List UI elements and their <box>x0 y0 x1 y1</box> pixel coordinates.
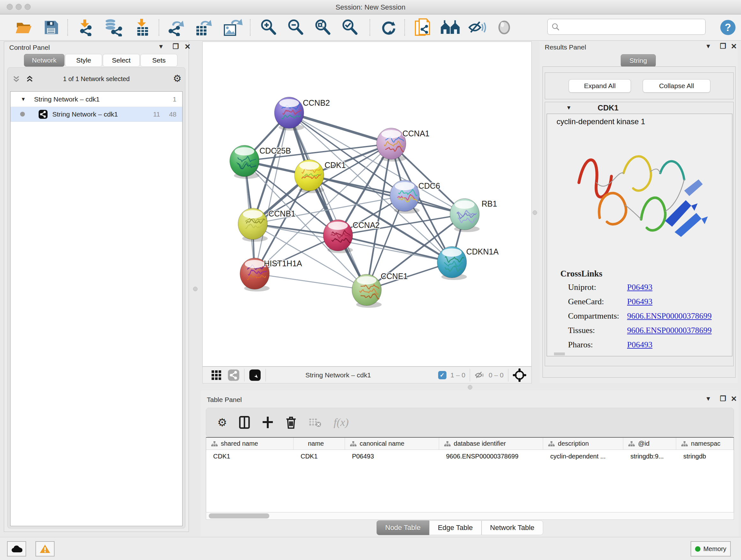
close-panel-icon[interactable]: ✕ <box>731 42 737 51</box>
zoom-out-icon[interactable] <box>286 18 306 37</box>
left-splitter-handle[interactable] <box>193 287 198 291</box>
collection-expander-icon[interactable]: ▼ <box>21 97 26 102</box>
network-node-RB1[interactable] <box>450 199 480 232</box>
import-network-file-icon[interactable] <box>76 18 96 37</box>
open-session-icon[interactable] <box>13 18 35 37</box>
table-cell[interactable]: cyclin-dependent ... <box>543 450 623 462</box>
add-column-icon[interactable] <box>262 416 273 429</box>
column-header-description[interactable]: description <box>543 438 623 449</box>
close-panel-icon[interactable]: ✕ <box>185 43 191 51</box>
zoom-selected-icon[interactable] <box>340 18 360 37</box>
collapse-panel-icon[interactable]: ▼ <box>705 395 711 402</box>
network-node-CCNB1[interactable] <box>238 208 268 242</box>
collapse-panel-icon[interactable]: ▼ <box>158 43 164 50</box>
network-canvas[interactable]: CCNB2CCNA1CDC25BCDK1CDC6RB1CCNB1CCNA2CDK… <box>202 42 532 367</box>
grid-view-icon[interactable] <box>211 370 222 381</box>
export-table-icon[interactable] <box>193 18 215 37</box>
column-header-database-identifier[interactable]: database identifier <box>439 438 543 449</box>
tab-style[interactable]: Style <box>65 54 102 67</box>
right-splitter-handle[interactable] <box>533 210 537 215</box>
network-from-selection-icon[interactable] <box>412 18 433 37</box>
collapse-panel-icon[interactable]: ▼ <box>705 43 711 50</box>
network-node-CCNB2[interactable] <box>274 97 304 131</box>
save-session-icon[interactable] <box>42 18 61 37</box>
network-edge-CCNB2-CCNA1[interactable] <box>289 113 391 144</box>
import-table-file-icon[interactable] <box>132 18 152 37</box>
cloud-button[interactable] <box>7 541 26 557</box>
zoom-in-icon[interactable] <box>259 18 278 37</box>
export-image-icon[interactable] <box>221 18 245 37</box>
function-builder-icon[interactable]: f(x) <box>333 416 348 428</box>
selected-checkbox-icon[interactable]: ✓ <box>438 371 447 379</box>
delete-column-trash-icon[interactable] <box>286 416 296 429</box>
column-header-canonical-name[interactable]: canonical name <box>345 438 439 449</box>
crosslink-value-link[interactable]: P06493 <box>627 340 652 350</box>
hidden-eye-slash-icon[interactable] <box>475 371 485 380</box>
network-edge-CCNA1-HIST1H1A[interactable] <box>255 144 391 273</box>
network-node-CDK1[interactable] <box>294 160 324 193</box>
network-node-CDC6[interactable] <box>390 180 420 213</box>
help-icon[interactable]: ? <box>718 18 738 37</box>
crosslink-value-link[interactable]: P06493 <box>627 297 652 307</box>
column-header-namespac[interactable]: namespac <box>676 438 734 449</box>
network-node-CDKN1A[interactable] <box>437 246 467 280</box>
section-expander-icon[interactable]: ▼ <box>566 105 571 111</box>
network-view-icon[interactable] <box>227 369 240 381</box>
float-panel-icon[interactable]: ❐ <box>173 43 179 51</box>
table-row[interactable]: CDK1CDK1P064939606.ENSP00000378699cyclin… <box>206 450 734 462</box>
fit-selected-crosshair-icon[interactable] <box>513 368 526 382</box>
bottom-splitter-handle[interactable] <box>468 385 472 389</box>
first-neighbors-icon[interactable] <box>439 18 463 37</box>
close-panel-icon[interactable]: ✕ <box>731 395 737 403</box>
crosslink-value-link[interactable]: 9606.ENSP00000378699 <box>627 311 712 321</box>
scrollbar-thumb[interactable] <box>209 513 269 518</box>
expand-all-button[interactable]: Expand All <box>569 79 631 92</box>
network-row-selected[interactable]: String Network – cdk1 11 48 <box>10 107 182 122</box>
network-edge-CDK1-RB1[interactable] <box>309 175 465 214</box>
import-network-database-icon[interactable] <box>101 18 125 37</box>
table-options-gear-icon[interactable]: ⚙ <box>217 416 227 429</box>
tab-network[interactable]: Network <box>24 54 64 67</box>
collapse-all-button[interactable]: Collapse All <box>643 79 711 92</box>
table-horizontal-scrollbar[interactable] <box>206 512 734 520</box>
network-edge-HIST1H1A-CCNE1[interactable] <box>255 273 367 290</box>
results-scrollbar-thumb[interactable] <box>554 353 565 355</box>
table-cell[interactable]: stringdb <box>676 450 734 462</box>
tab-edge-table[interactable]: Edge Table <box>429 520 482 535</box>
float-panel-icon[interactable]: ❐ <box>720 395 726 403</box>
search-input[interactable] <box>560 23 697 30</box>
tab-network-table[interactable]: Network Table <box>482 520 543 535</box>
tab-select[interactable]: Select <box>103 54 140 67</box>
node-section-header[interactable]: ▼ CDK1 <box>545 102 733 114</box>
table-cell[interactable]: stringdb:9... <box>623 450 676 462</box>
apply-layout-icon[interactable] <box>379 18 398 37</box>
table-cell[interactable]: P06493 <box>345 450 439 462</box>
table-cell[interactable]: CDK1 <box>206 450 293 462</box>
network-options-gear-icon[interactable]: ⚙ <box>173 73 182 84</box>
float-panel-icon[interactable]: ❐ <box>720 42 726 51</box>
export-network-icon[interactable] <box>166 18 186 37</box>
show-columns-icon[interactable] <box>239 416 250 429</box>
warnings-button[interactable] <box>36 541 55 557</box>
column-header-shared-name[interactable]: shared name <box>206 438 293 449</box>
column-header-name[interactable]: name <box>293 438 345 449</box>
table-cell[interactable]: CDK1 <box>293 450 345 462</box>
tab-node-table[interactable]: Node Table <box>377 520 429 535</box>
hide-selected-icon[interactable] <box>467 18 488 37</box>
crosslink-value-link[interactable]: P06493 <box>627 283 652 292</box>
zoom-fit-content-icon[interactable] <box>313 18 333 37</box>
delete-table-icon[interactable] <box>309 417 321 428</box>
network-node-CCNE1[interactable] <box>352 274 382 308</box>
tab-sets[interactable]: Sets <box>140 54 178 67</box>
crosslink-value-link[interactable]: 9606.ENSP00000378699 <box>627 326 712 335</box>
network-collection-row[interactable]: ▼ String Network – cdk1 1 <box>10 91 182 107</box>
memory-button[interactable]: Memory <box>690 541 731 557</box>
show-all-icon[interactable] <box>494 18 515 37</box>
birdseye-view-icon[interactable] <box>249 369 261 381</box>
network-node-CDC25B[interactable] <box>230 145 259 179</box>
tab-string[interactable]: String <box>621 54 656 67</box>
network-edge-CCNA2-CDKN1A[interactable] <box>338 235 452 262</box>
table-cell[interactable]: 9606.ENSP00000378699 <box>439 450 543 462</box>
network-node-CCNA1[interactable] <box>377 128 406 162</box>
column-header-@id[interactable]: @id <box>623 438 676 449</box>
